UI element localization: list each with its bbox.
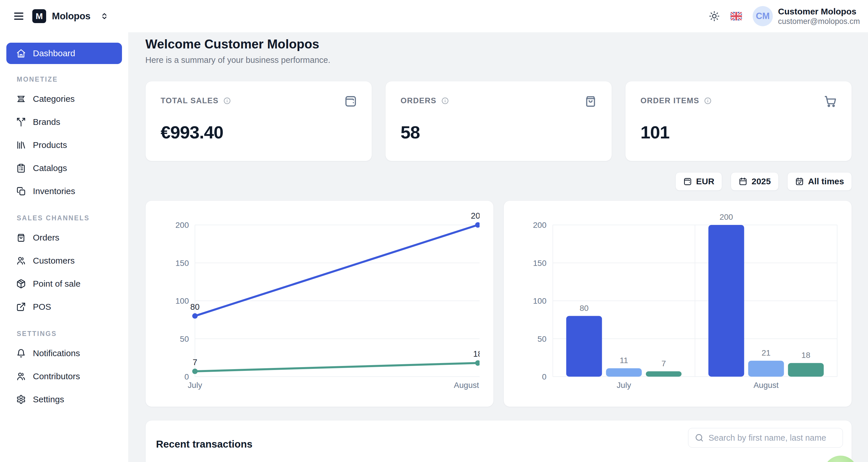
uk-flag-icon — [730, 10, 742, 22]
stat-value: 58 — [401, 122, 597, 143]
svg-text:August: August — [753, 381, 779, 390]
sidebar-item-brands[interactable]: Brands — [6, 111, 122, 133]
products-icon — [16, 140, 26, 150]
sidebar-item-point-of-sale[interactable]: Point of sale — [6, 272, 122, 295]
chevrons-up-down-icon[interactable] — [100, 12, 108, 20]
sidebar-item-label: Contributors — [33, 371, 80, 381]
sidebar-item-label: Products — [33, 140, 67, 150]
stat-head: ORDER ITEMS — [641, 96, 837, 105]
sidebar-item-label: Inventories — [33, 186, 75, 196]
external-icon — [16, 302, 26, 312]
main-content: Welcome Customer Molopos Here is a summa… — [129, 32, 868, 462]
brand-logo[interactable]: M Molopos — [32, 9, 108, 23]
info-icon[interactable] — [223, 97, 231, 105]
sidebar-item-label: POS — [33, 302, 51, 312]
filter-all-times-button[interactable]: All times — [787, 172, 852, 191]
bell-icon — [16, 348, 26, 358]
nav-section-title: SETTINGS — [17, 330, 119, 338]
stat-value: €993.40 — [161, 122, 357, 143]
svg-text:18: 18 — [473, 349, 479, 359]
sidebar-item-label: Catalogs — [33, 163, 67, 173]
sidebar-item-pos[interactable]: POS — [6, 295, 122, 318]
logo-mark: M — [32, 9, 46, 23]
page-title: Welcome Customer Molopos — [145, 36, 852, 52]
svg-text:11: 11 — [620, 356, 628, 365]
sidebar-item-label: Categories — [33, 94, 75, 104]
menu-toggle-button[interactable] — [13, 10, 25, 22]
user-meta: Customer Molopos customer@molopos.cm — [778, 6, 860, 26]
svg-text:50: 50 — [180, 335, 189, 343]
user-menu[interactable]: CM Customer Molopos customer@molopos.cm — [753, 6, 860, 26]
stat-card-total-sales: TOTAL SALES€993.40 — [145, 81, 372, 161]
sidebar-item-customers[interactable]: Customers — [6, 249, 122, 272]
svg-text:200: 200 — [533, 221, 547, 229]
sidebar-item-categories[interactable]: Categories — [6, 87, 122, 111]
language-flag-button[interactable] — [730, 10, 742, 22]
sidebar-item-inventories[interactable]: Inventories — [6, 180, 122, 203]
svg-text:80: 80 — [190, 302, 199, 311]
svg-text:50: 50 — [537, 335, 547, 343]
menu-icon — [13, 10, 25, 22]
svg-text:150: 150 — [533, 259, 547, 268]
line-chart: 05010015020080200718JulyAugust — [146, 201, 479, 403]
logo-text: Molopos — [52, 11, 91, 22]
stat-label: TOTAL SALES — [161, 96, 219, 105]
filters-row: EUR2025All times — [145, 172, 852, 191]
svg-text:100: 100 — [533, 297, 547, 305]
sidebar-item-dashboard[interactable]: Dashboard — [6, 43, 122, 64]
theme-toggle-button[interactable] — [709, 11, 720, 22]
bar-chart: 05010015020080117July2002118August — [504, 201, 852, 403]
sidebar-item-label: Point of sale — [33, 279, 81, 289]
users-icon — [16, 256, 26, 266]
sidebar-item-label: Brands — [33, 117, 60, 127]
categories-icon — [16, 94, 26, 104]
sidebar: DashboardMONETIZECategoriesBrandsProduct… — [0, 32, 129, 462]
sidebar-item-label: Orders — [33, 233, 59, 243]
svg-text:7: 7 — [193, 358, 197, 367]
stat-label: ORDER ITEMS — [641, 96, 699, 105]
recent-transactions-card: Recent transactions — [145, 420, 852, 462]
stat-cards-row: TOTAL SALES€993.40ORDERS58ORDER ITEMS101 — [145, 81, 852, 161]
sidebar-item-label: Notifications — [33, 348, 80, 358]
package-icon — [16, 279, 26, 289]
svg-text:0: 0 — [542, 372, 547, 381]
bar-chart-card: 05010015020080117July2002118August — [503, 201, 852, 407]
sidebar-item-label: Dashboard — [33, 49, 75, 58]
filter-eur-button[interactable]: EUR — [675, 172, 722, 191]
user-name: Customer Molopos — [778, 6, 860, 17]
sidebar-item-contributors[interactable]: Contributors — [6, 365, 122, 388]
sidebar-item-settings[interactable]: Settings — [6, 388, 122, 411]
line-chart-card: 05010015020080200718JulyAugust — [145, 201, 494, 407]
info-icon[interactable] — [441, 97, 449, 105]
svg-text:7: 7 — [661, 359, 666, 368]
calendar-icon — [739, 177, 747, 186]
svg-text:150: 150 — [175, 259, 189, 268]
search-input[interactable] — [709, 433, 836, 443]
sun-icon — [709, 11, 720, 22]
sidebar-item-catalogs[interactable]: Catalogs — [6, 157, 122, 180]
sidebar-item-label: Settings — [33, 395, 64, 404]
bag-icon — [584, 95, 597, 108]
sidebar-item-orders[interactable]: Orders — [6, 226, 122, 249]
nav-section-title: MONETIZE — [17, 75, 119, 83]
nav-section-title: SALES CHANNELS — [17, 214, 119, 222]
svg-text:18: 18 — [801, 351, 810, 360]
svg-text:0: 0 — [184, 372, 189, 381]
sidebar-item-notifications[interactable]: Notifications — [6, 342, 122, 365]
catalogs-icon — [16, 163, 26, 173]
home-icon — [16, 49, 26, 58]
filter-2025-button[interactable]: 2025 — [731, 172, 779, 191]
stat-label: ORDERS — [401, 96, 437, 105]
stat-head: TOTAL SALES — [161, 96, 357, 105]
filter-label: All times — [808, 177, 844, 186]
calendar-check-icon — [795, 177, 804, 186]
svg-text:100: 100 — [175, 297, 189, 305]
wallet-icon — [683, 177, 692, 186]
stat-head: ORDERS — [401, 96, 597, 105]
sidebar-item-products[interactable]: Products — [6, 133, 122, 157]
info-icon[interactable] — [704, 97, 712, 105]
bag-icon — [16, 233, 26, 243]
svg-text:80: 80 — [580, 304, 589, 313]
svg-text:August: August — [454, 381, 479, 390]
search-icon — [695, 433, 704, 442]
